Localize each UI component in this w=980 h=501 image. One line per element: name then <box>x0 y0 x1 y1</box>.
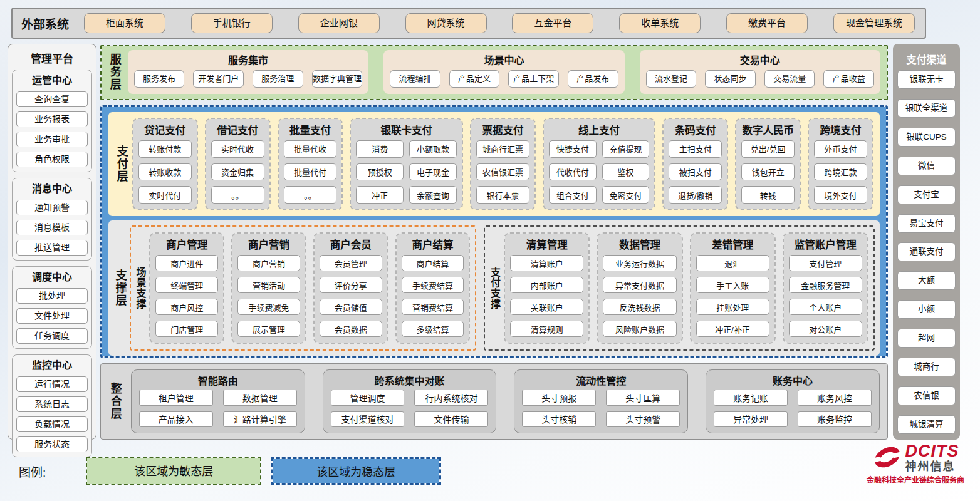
payment-channel-button[interactable]: 农信银 <box>897 386 956 405</box>
payment-item-button[interactable]: 兑出/兑回 <box>741 140 795 158</box>
management-item-button[interactable]: 负载情况 <box>16 416 88 432</box>
payment-item-button[interactable]: 钱包开立 <box>741 163 795 181</box>
support-item-button[interactable]: 商户营销 <box>237 255 300 271</box>
service-item-button[interactable]: 产品上下架 <box>508 70 559 88</box>
payment-item-button[interactable]: 小额取款 <box>409 140 457 158</box>
support-item-button[interactable]: 关联账户 <box>510 299 583 315</box>
support-item-button[interactable]: 个人账户 <box>789 299 862 315</box>
management-item-button[interactable]: 系统日志 <box>16 396 88 412</box>
payment-item-button[interactable]: 外币支付 <box>814 140 867 158</box>
payment-item-button[interactable]: 转账付款 <box>138 140 192 158</box>
management-item-button[interactable]: 批处理 <box>16 288 88 304</box>
payment-item-button[interactable]: 城商行汇票 <box>476 140 529 158</box>
service-item-button[interactable]: 产品收益 <box>823 70 874 88</box>
payment-item-button[interactable]: 充值提现 <box>602 140 650 158</box>
support-item-button[interactable]: 风险账户数据 <box>603 321 676 337</box>
payment-item-button[interactable]: 代收代付 <box>549 163 597 181</box>
payment-channel-button[interactable]: 银联全渠道 <box>897 99 956 118</box>
integration-item-button[interactable]: 账务监控 <box>798 411 872 428</box>
support-item-button[interactable]: 营销活动 <box>237 277 300 293</box>
payment-item-button[interactable]: 冲正 <box>356 186 404 204</box>
integration-item-button[interactable]: 账务记账 <box>714 390 788 406</box>
payment-item-button[interactable]: 转账收款 <box>138 163 192 181</box>
payment-channel-button[interactable]: 大额 <box>897 271 956 290</box>
service-item-button[interactable]: 服务治理 <box>253 70 303 88</box>
payment-channel-button[interactable]: 小额 <box>897 300 956 319</box>
integration-item-button[interactable]: 头寸匡算 <box>606 390 680 406</box>
payment-item-button[interactable]: 被扫支付 <box>669 163 722 181</box>
payment-item-button[interactable]: 。。 <box>284 186 337 204</box>
integration-item-button[interactable]: 汇路计算引擎 <box>223 411 297 428</box>
support-item-button[interactable]: 挂账处理 <box>696 299 769 315</box>
service-item-button[interactable]: 交易流量 <box>764 70 815 88</box>
support-item-button[interactable]: 手续费结算 <box>402 277 464 293</box>
support-item-button[interactable]: 退汇 <box>696 255 769 271</box>
payment-item-button[interactable]: 农信银汇票 <box>476 163 529 181</box>
support-item-button[interactable]: 会员数据 <box>320 321 382 337</box>
payment-item-button[interactable]: 资金归集 <box>211 163 264 181</box>
external-system-button[interactable]: 手机银行 <box>191 13 273 33</box>
external-system-button[interactable]: 柜面系统 <box>84 13 165 33</box>
external-system-button[interactable]: 互金平台 <box>512 13 593 33</box>
integration-item-button[interactable]: 账务风控 <box>798 390 872 406</box>
service-item-button[interactable]: 开发者门户 <box>193 70 244 88</box>
support-item-button[interactable]: 异常支付数据 <box>603 277 676 293</box>
payment-channel-button[interactable]: 城商行 <box>897 358 956 376</box>
management-item-button[interactable]: 查询查复 <box>16 91 88 107</box>
management-item-button[interactable]: 服务状态 <box>16 436 88 452</box>
support-item-button[interactable]: 展示管理 <box>237 321 300 337</box>
payment-item-button[interactable]: 银行本票 <box>476 186 529 204</box>
service-item-button[interactable]: 产品发布 <box>568 70 618 88</box>
payment-item-button[interactable]: 实时代收 <box>211 140 264 158</box>
payment-channel-button[interactable]: 城银清算 <box>897 415 956 434</box>
integration-item-button[interactable]: 支付渠道核对 <box>331 411 405 428</box>
payment-channel-button[interactable]: 微信 <box>897 157 956 175</box>
support-item-button[interactable]: 冲正/补正 <box>696 321 769 337</box>
payment-channel-button[interactable]: 通联支付 <box>897 242 956 261</box>
payment-channel-button[interactable]: 银联CUPS <box>897 128 956 147</box>
integration-item-button[interactable]: 头寸预报 <box>522 390 596 406</box>
support-item-button[interactable]: 反洗钱数据 <box>603 299 676 315</box>
management-item-button[interactable]: 任务调度 <box>16 328 88 344</box>
support-item-button[interactable]: 业务运行数据 <box>603 255 676 271</box>
external-system-button[interactable]: 现金管理系统 <box>833 13 915 33</box>
payment-item-button[interactable]: 跨境汇款 <box>814 163 867 181</box>
payment-item-button[interactable]: 鉴权 <box>602 163 650 181</box>
support-item-button[interactable]: 清算规则 <box>510 321 583 337</box>
support-item-button[interactable]: 会员储值 <box>320 299 382 315</box>
management-item-button[interactable]: 文件处理 <box>16 308 88 324</box>
service-item-button[interactable]: 状态同步 <box>705 70 756 88</box>
support-item-button[interactable]: 终端管理 <box>155 277 218 293</box>
management-item-button[interactable]: 推送管理 <box>16 240 88 256</box>
integration-item-button[interactable]: 头寸预警 <box>606 411 680 428</box>
support-item-button[interactable]: 商户结算 <box>402 255 464 271</box>
support-item-button[interactable]: 对公账户 <box>789 321 862 337</box>
external-system-button[interactable]: 网贷系统 <box>405 13 487 33</box>
support-item-button[interactable]: 门店管理 <box>155 321 218 337</box>
support-item-button[interactable]: 多级结算 <box>402 321 464 337</box>
management-item-button[interactable]: 消息模板 <box>16 220 88 235</box>
integration-item-button[interactable]: 头寸核销 <box>522 411 596 428</box>
management-item-button[interactable]: 通知预警 <box>16 200 88 215</box>
payment-item-button[interactable]: 批量代收 <box>284 140 337 158</box>
service-item-button[interactable]: 流水登记 <box>646 70 697 88</box>
integration-item-button[interactable]: 异常处理 <box>714 411 788 428</box>
service-item-button[interactable]: 服务发布 <box>134 70 185 88</box>
payment-channel-button[interactable]: 易宝支付 <box>897 214 956 233</box>
payment-item-button[interactable]: 快捷支付 <box>549 140 597 158</box>
payment-item-button[interactable]: 电子现金 <box>409 163 457 181</box>
integration-item-button[interactable]: 管理调度 <box>331 390 405 406</box>
payment-item-button[interactable]: 境外支付 <box>814 186 867 204</box>
payment-item-button[interactable]: 消费 <box>356 140 404 158</box>
integration-item-button[interactable]: 数据管理 <box>223 390 297 406</box>
payment-item-button[interactable]: 主扫支付 <box>669 140 722 158</box>
support-item-button[interactable]: 商户风控 <box>155 299 218 315</box>
external-system-button[interactable]: 企业网银 <box>298 13 380 33</box>
payment-item-button[interactable]: 预授权 <box>356 163 404 181</box>
external-system-button[interactable]: 收单系统 <box>619 13 701 33</box>
payment-item-button[interactable]: 退货/撤销 <box>669 186 722 204</box>
support-item-button[interactable]: 内部账户 <box>510 277 583 293</box>
support-item-button[interactable]: 支付管理 <box>789 255 862 271</box>
payment-item-button[interactable]: 余额查询 <box>409 186 457 204</box>
payment-channel-button[interactable]: 超网 <box>897 329 956 348</box>
